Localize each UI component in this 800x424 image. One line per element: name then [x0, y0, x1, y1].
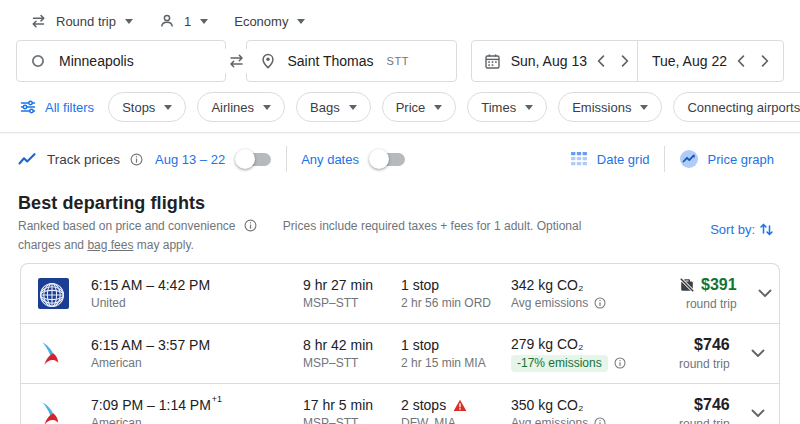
info-icon: [244, 219, 257, 232]
price-cell: $391 round trip: [679, 276, 739, 311]
expand-flight-button[interactable]: [739, 289, 780, 298]
track-prices-toggle[interactable]: [235, 149, 272, 169]
times-cell: 6:15 AM – 4:42 PM United: [91, 277, 303, 310]
emissions-badge: -17% emissions: [511, 355, 608, 372]
stops-count: 1 stop: [401, 337, 439, 353]
bag-fees-link[interactable]: bag fees: [87, 238, 133, 252]
date-grid-icon: [570, 151, 588, 167]
flight-duration: 8 hr 42 min: [303, 337, 401, 353]
filter-chip-stops[interactable]: Stops: [108, 92, 186, 122]
toggle-knob: [369, 149, 389, 169]
caret-down-icon: [640, 105, 648, 110]
stops-detail: 2 hr 15 min MIA: [401, 356, 511, 370]
filter-chip-times[interactable]: Times: [467, 92, 547, 122]
route-codes: MSP–STT: [303, 416, 401, 424]
flight-duration: 17 hr 5 min: [303, 397, 401, 413]
airline-name: American: [91, 356, 303, 370]
co2-amount: 342 kg CO₂: [511, 277, 679, 293]
destination-airport-code: STT: [387, 55, 410, 67]
filter-chip-airlines[interactable]: Airlines: [197, 92, 285, 122]
results-subtext: Ranked based on price and convenience Pr…: [18, 217, 593, 254]
duration-cell: 17 hr 5 min MSP–STT: [303, 397, 401, 424]
price-cell: $746 round trip: [679, 396, 732, 424]
trip-type-label: Round trip: [56, 14, 116, 29]
destination-value: Saint Thomas: [287, 53, 373, 69]
date-range-picker: Sun, Aug 13 Tue, Aug 22: [471, 40, 784, 82]
trip-type-selector[interactable]: Round trip: [24, 8, 139, 34]
track-date-range[interactable]: Aug 13 – 22: [155, 152, 225, 167]
filter-chip-label: Price: [396, 100, 426, 115]
return-date-next-button[interactable]: [761, 55, 769, 67]
expand-flight-button[interactable]: [732, 349, 780, 358]
any-dates-toggle[interactable]: [369, 149, 406, 169]
flight-result-row[interactable]: 6:15 AM – 4:42 PM United 9 hr 27 min MSP…: [21, 264, 779, 324]
stops-count: 1 stop: [401, 277, 439, 293]
filter-chip-price[interactable]: Price: [382, 92, 457, 122]
sort-by-button[interactable]: Sort by:: [710, 217, 774, 237]
flight-duration: 9 hr 27 min: [303, 277, 401, 293]
price-graph-button[interactable]: Price graph: [679, 149, 774, 169]
price: $746: [694, 336, 730, 354]
departure-date-section[interactable]: Sun, Aug 13: [484, 41, 637, 81]
results-header: Best departing flights Ranked based on p…: [0, 183, 800, 260]
tracking-tools-row: Track prices Aug 13 – 22 Any dates: [0, 133, 800, 183]
results-subheader-row: Ranked based on price and convenience Pr…: [18, 217, 774, 254]
caret-down-icon: [525, 105, 533, 110]
departure-date-next-button[interactable]: [621, 55, 629, 67]
price: $391: [701, 276, 737, 294]
expand-flight-button[interactable]: [732, 409, 780, 418]
departure-date-previous-button[interactable]: [597, 55, 605, 67]
filters-bar: All filters StopsAirlinesBagsPriceTimesE…: [0, 82, 800, 132]
stops-cell: 1 stop 2 hr 56 min ORD: [401, 277, 511, 310]
view-tools-group: Date grid Price graph: [570, 146, 774, 172]
stops-line: 1 stop: [401, 337, 511, 353]
price-graph-label: Price graph: [708, 152, 774, 167]
sort-arrows-icon: [759, 222, 774, 237]
emissions-cell: 350 kg CO₂ Avg emissions: [511, 397, 679, 424]
return-date-value: Tue, Aug 22: [652, 53, 727, 69]
toggle-knob: [235, 149, 255, 169]
caret-down-icon: [297, 19, 305, 24]
all-filters-button[interactable]: All filters: [16, 99, 98, 115]
results-title: Best departing flights: [18, 193, 774, 214]
origin-input[interactable]: Minneapolis: [16, 40, 226, 82]
filter-chip-connecting-airports[interactable]: Connecting airports: [673, 92, 800, 122]
destination-input[interactable]: Saint Thomas STT: [246, 40, 456, 82]
return-date-previous-button[interactable]: [737, 55, 745, 67]
united-logo: [38, 278, 69, 309]
trip-type-note: round trip: [686, 297, 737, 311]
airline-name: United: [91, 296, 303, 310]
location-pin-icon: [260, 53, 276, 69]
filter-chip-label: Bags: [310, 100, 340, 115]
tune-sliders-icon: [20, 99, 36, 115]
filter-chip-emissions[interactable]: Emissions: [558, 92, 662, 122]
flight-result-row[interactable]: 6:15 AM – 3:57 PM American 8 hr 42 min M…: [21, 324, 779, 384]
flight-search-row: Minneapolis Saint Thomas STT: [0, 38, 800, 82]
co2-amount: 279 kg CO₂: [511, 336, 679, 352]
passenger-count: 1: [184, 14, 191, 29]
flight-times: 7:09 PM – 1:14 PM+1: [91, 397, 303, 413]
stops-cell: 1 stop 2 hr 15 min MIA: [401, 337, 511, 370]
fees-note-end: may apply.: [133, 238, 193, 252]
filter-chip-label: Connecting airports: [687, 100, 800, 115]
route-codes: MSP–STT: [303, 356, 401, 370]
return-date-section[interactable]: Tue, Aug 22: [637, 41, 777, 81]
cabin-class-selector[interactable]: Economy: [228, 9, 311, 34]
ranked-note: Ranked based on price and convenience: [18, 219, 236, 233]
caret-down-icon: [125, 19, 133, 24]
airline-logo-cell: [21, 339, 91, 369]
passengers-selector[interactable]: 1: [153, 8, 214, 34]
emissions-note: Avg emissions: [511, 296, 588, 310]
caret-down-icon: [164, 105, 172, 110]
stops-cell: 2 stops DFW, MIA: [401, 397, 511, 424]
emissions-line: Avg emissions: [511, 296, 679, 310]
filter-chip-label: Stops: [122, 100, 155, 115]
warning-icon: [453, 399, 467, 412]
duration-cell: 9 hr 27 min MSP–STT: [303, 277, 401, 310]
flight-result-row[interactable]: 7:09 PM – 1:14 PM+1 American 17 hr 5 min…: [21, 384, 779, 424]
stops-count: 2 stops: [401, 397, 446, 413]
filter-chip-bags[interactable]: Bags: [296, 92, 371, 122]
any-dates-label[interactable]: Any dates: [301, 152, 359, 167]
co2-amount: 350 kg CO₂: [511, 397, 679, 413]
date-grid-button[interactable]: Date grid: [570, 151, 650, 167]
